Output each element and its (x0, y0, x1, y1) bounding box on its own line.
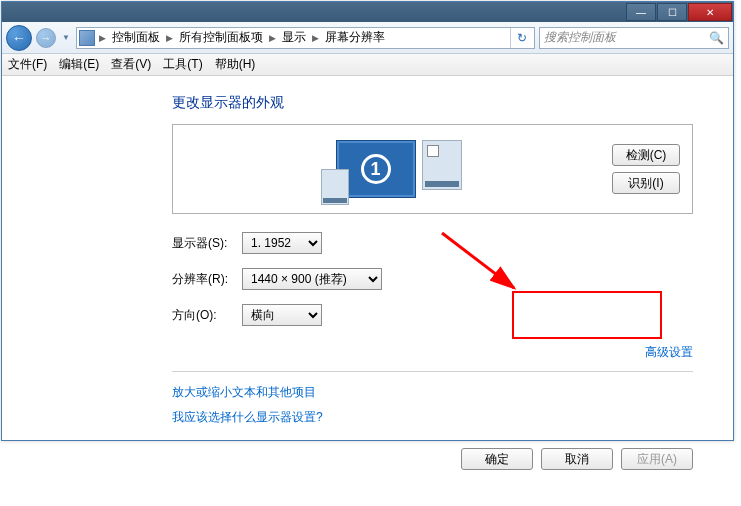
minimize-button[interactable]: — (626, 3, 656, 21)
breadcrumb-all-items[interactable]: 所有控制面板项 (177, 27, 265, 48)
detect-button[interactable]: 检测(C) (612, 144, 680, 166)
breadcrumb-sep: ▶ (97, 31, 108, 45)
close-button[interactable]: ✕ (688, 3, 732, 21)
advanced-settings-link[interactable]: 高级设置 (645, 345, 693, 359)
ok-button[interactable]: 确定 (461, 448, 533, 470)
resolution-select[interactable]: 1440 × 900 (推荐) (242, 268, 382, 290)
breadcrumb-sep: ▶ (267, 31, 278, 45)
monitor-1-preview[interactable]: 1 (336, 140, 416, 198)
display-select[interactable]: 1. 1952 (242, 232, 322, 254)
navigation-bar: ← → ▼ ▶ 控制面板 ▶ 所有控制面板项 ▶ 显示 ▶ 屏幕分辨率 ↻ 搜索… (2, 22, 733, 54)
page-title: 更改显示器的外观 (172, 94, 693, 112)
breadcrumb-sep: ▶ (310, 31, 321, 45)
text-size-link[interactable]: 放大或缩小文本和其他项目 (172, 384, 693, 401)
control-panel-icon (79, 30, 95, 46)
apply-button[interactable]: 应用(A) (621, 448, 693, 470)
search-placeholder: 搜索控制面板 (544, 29, 616, 46)
which-settings-link[interactable]: 我应该选择什么显示器设置? (172, 409, 693, 426)
display-label: 显示器(S): (172, 235, 242, 252)
orientation-select[interactable]: 横向 (242, 304, 322, 326)
search-icon: 🔍 (709, 31, 724, 45)
menu-view[interactable]: 查看(V) (111, 56, 151, 73)
identify-button[interactable]: 识别(I) (612, 172, 680, 194)
maximize-button[interactable]: ☐ (657, 3, 687, 21)
orientation-label: 方向(O): (172, 307, 242, 324)
breadcrumb-display[interactable]: 显示 (280, 27, 308, 48)
menu-edit[interactable]: 编辑(E) (59, 56, 99, 73)
cancel-button[interactable]: 取消 (541, 448, 613, 470)
breadcrumb-resolution[interactable]: 屏幕分辨率 (323, 27, 387, 48)
back-button[interactable]: ← (6, 25, 32, 51)
monitor-mini-preview (321, 169, 349, 205)
forward-button[interactable]: → (36, 28, 56, 48)
monitor-number: 1 (361, 154, 391, 184)
breadcrumb-control-panel[interactable]: 控制面板 (110, 27, 162, 48)
breadcrumb: ▶ 控制面板 ▶ 所有控制面板项 ▶ 显示 ▶ 屏幕分辨率 (97, 27, 387, 48)
divider (172, 371, 693, 372)
monitor-side-preview (422, 140, 462, 190)
window-titlebar: — ☐ ✕ (2, 2, 733, 22)
menu-help[interactable]: 帮助(H) (215, 56, 256, 73)
resolution-label: 分辨率(R): (172, 271, 242, 288)
search-box[interactable]: 搜索控制面板 🔍 (539, 27, 729, 49)
address-bar[interactable]: ▶ 控制面板 ▶ 所有控制面板项 ▶ 显示 ▶ 屏幕分辨率 ↻ (76, 27, 535, 49)
menu-file[interactable]: 文件(F) (8, 56, 47, 73)
refresh-button[interactable]: ↻ (510, 28, 532, 48)
breadcrumb-sep: ▶ (164, 31, 175, 45)
nav-history-dropdown[interactable]: ▼ (60, 28, 72, 48)
monitor-preview-panel: 1 检测(C) 识别(I) (172, 124, 693, 214)
menu-bar: 文件(F) 编辑(E) 查看(V) 工具(T) 帮助(H) (2, 54, 733, 76)
menu-tools[interactable]: 工具(T) (163, 56, 202, 73)
